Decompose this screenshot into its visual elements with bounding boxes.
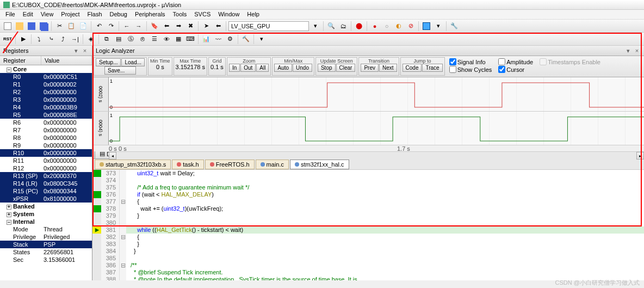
- code-line[interactable]: 378 wait += (uint32_t)(uwTickFreq);: [92, 205, 644, 212]
- redo-button[interactable]: ↷: [106, 21, 116, 32]
- register-row[interactable]: R50x0000088E: [0, 111, 92, 119]
- menu-view[interactable]: View: [38, 10, 57, 19]
- expand-icon[interactable]: −: [7, 220, 11, 225]
- find-button[interactable]: 🔍: [326, 21, 337, 32]
- logic-analyzer-waves[interactable]: 0002) s 10 0004) s 10 0 s 0 s 1.7 s ◂▸: [92, 77, 644, 148]
- menu-help[interactable]: Help: [244, 10, 263, 19]
- code-line[interactable]: 380: [92, 219, 644, 226]
- code-line[interactable]: 387 * @brief Suspend Tick increment.: [92, 269, 644, 276]
- system-viewer-button[interactable]: ⚙: [225, 34, 236, 45]
- code-line[interactable]: 383 }: [92, 241, 644, 248]
- indent-button[interactable]: ➤: [201, 21, 212, 32]
- save-button[interactable]: [26, 21, 37, 32]
- code-line[interactable]: 379 }: [92, 212, 644, 219]
- register-row[interactable]: xPSR0x81000000: [0, 195, 92, 203]
- call-stack-window-button[interactable]: ☰: [149, 34, 160, 45]
- save-all-button[interactable]: [38, 21, 49, 32]
- menu-flash[interactable]: Flash: [84, 10, 106, 19]
- register-row[interactable]: R00x00000C51: [0, 73, 92, 81]
- col-value[interactable]: Value: [41, 56, 92, 65]
- col-register[interactable]: Register: [0, 56, 41, 65]
- find-combo[interactable]: [228, 21, 309, 31]
- register-row[interactable]: R70x00000000: [0, 126, 92, 134]
- la-show-cycles-check[interactable]: Show Cycles: [449, 66, 492, 73]
- la-load-button[interactable]: Load...: [121, 58, 145, 66]
- la-next-button[interactable]: Next: [379, 64, 397, 72]
- code-line[interactable]: 382⊟ {: [92, 234, 644, 241]
- expand-icon[interactable]: +: [7, 212, 11, 217]
- step-over-button[interactable]: ⤷: [46, 34, 57, 45]
- la-undo-button[interactable]: Undo: [293, 64, 312, 72]
- menu-svcs[interactable]: SVCS: [191, 10, 214, 19]
- register-row[interactable]: R30x00000000: [0, 96, 92, 103]
- code-line[interactable]: 375 /* Add a freq to guarantee minimum w…: [92, 184, 644, 191]
- register-row[interactable]: R80x00000000: [0, 134, 92, 142]
- file-tab[interactable]: FreeRTOS.h: [205, 160, 255, 169]
- la-menu-button[interactable]: ▾: [624, 47, 632, 54]
- code-line[interactable]: 385: [92, 255, 644, 262]
- memory-window-button[interactable]: ▦: [173, 34, 184, 45]
- expand-icon[interactable]: +: [7, 205, 11, 210]
- menu-tools[interactable]: Tools: [170, 10, 190, 19]
- nav-fwd-button[interactable]: →: [133, 21, 144, 32]
- expand-icon[interactable]: −: [7, 68, 11, 72]
- menu-project[interactable]: Project: [58, 10, 83, 19]
- la-signal-info-check[interactable]: Signal Info: [449, 58, 492, 65]
- step-out-button[interactable]: ⤴: [58, 34, 69, 45]
- register-row[interactable]: R100x00000000: [0, 149, 92, 157]
- debug-button[interactable]: ⬤: [354, 21, 364, 32]
- bookmark-clear-button[interactable]: ✖: [185, 21, 196, 32]
- la-code-button[interactable]: Code: [403, 64, 422, 72]
- window-dropdown-button[interactable]: ▾: [433, 21, 444, 32]
- la-stop-button[interactable]: Stop: [318, 64, 336, 72]
- register-row[interactable]: R60x00000000: [0, 119, 92, 126]
- bookmark-button[interactable]: 🔖: [149, 21, 160, 32]
- register-row[interactable]: States226956801: [0, 248, 92, 256]
- file-tab[interactable]: main.c: [256, 160, 289, 169]
- watch-window-button[interactable]: 👁: [161, 34, 172, 45]
- find-in-files-button[interactable]: 🗂: [338, 21, 349, 32]
- cut-button[interactable]: ✂: [54, 21, 65, 32]
- code-line[interactable]: 373 uint32_t wait = Delay;: [92, 170, 644, 177]
- la-save-button[interactable]: Save...: [104, 66, 136, 75]
- register-row[interactable]: R120x00000000: [0, 164, 92, 172]
- code-editor[interactable]: 373 uint32_t wait = Delay;374375 /* Add …: [92, 170, 644, 280]
- run-to-cursor-button[interactable]: →|: [70, 34, 81, 45]
- la-zoom-out-button[interactable]: Out: [240, 64, 256, 72]
- menu-file[interactable]: File: [2, 10, 18, 19]
- bookmark-next-button[interactable]: ➡: [173, 21, 184, 32]
- menu-edit[interactable]: Edit: [20, 10, 36, 19]
- undo-button[interactable]: ↶: [94, 21, 104, 32]
- panel-menu-button[interactable]: ▾: [72, 47, 80, 54]
- code-line[interactable]: ▶381 while ((HAL_GetTick() - tickstart) …: [92, 226, 644, 234]
- show-next-button[interactable]: ◈: [85, 34, 96, 45]
- reset-button[interactable]: RST: [2, 34, 13, 45]
- register-row[interactable]: StackPSP: [0, 241, 92, 248]
- la-setup-button[interactable]: Setup...: [96, 58, 121, 66]
- window-button[interactable]: [421, 21, 432, 32]
- disassembly-window-button[interactable]: ▤: [113, 34, 124, 45]
- debug-views-button[interactable]: ▾: [256, 34, 267, 45]
- trace-window-button[interactable]: 〰: [213, 34, 224, 45]
- register-row[interactable]: ModeThread: [0, 225, 92, 233]
- code-line[interactable]: 384 }: [92, 248, 644, 255]
- code-line[interactable]: 376 if (wait < HAL_MAX_DELAY): [92, 191, 644, 198]
- toolbox-button[interactable]: 🔨: [240, 34, 251, 45]
- la-hscroll[interactable]: ◂▸: [109, 151, 644, 159]
- open-button[interactable]: [14, 21, 25, 32]
- step-into-button[interactable]: ⤵: [34, 34, 45, 45]
- la-close-button[interactable]: ×: [633, 47, 641, 54]
- register-row[interactable]: R15 (PC)0x08000344: [0, 187, 92, 195]
- analysis-window-button[interactable]: 📊: [201, 34, 212, 45]
- code-line[interactable]: 386⊟/**: [92, 262, 644, 269]
- register-row[interactable]: R40x000003B9: [0, 103, 92, 111]
- outdent-button[interactable]: ⬅: [213, 21, 224, 32]
- la-clear-button[interactable]: Clear: [336, 64, 356, 72]
- file-tab[interactable]: task.h: [172, 160, 203, 169]
- breakpoint-kill-button[interactable]: ⊘: [405, 21, 416, 32]
- menu-window[interactable]: Window: [215, 10, 243, 19]
- bookmark-prev-button[interactable]: ⬅: [161, 21, 172, 32]
- la-cursor-check[interactable]: Cursor: [498, 66, 533, 73]
- file-tab[interactable]: stm32f1xx_hal.c: [290, 160, 349, 169]
- la-zoom-all-button[interactable]: All: [256, 64, 269, 72]
